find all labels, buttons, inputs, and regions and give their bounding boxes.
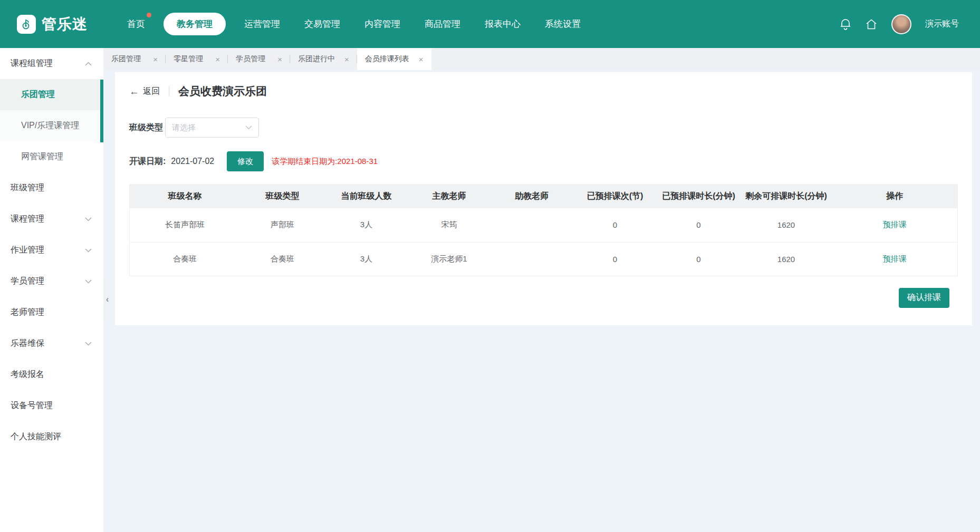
home-icon[interactable] xyxy=(865,18,878,30)
col-assistant-teacher: 助教老师 xyxy=(491,184,573,208)
col-class-type: 班级类型 xyxy=(241,184,325,208)
modify-button[interactable]: 修改 xyxy=(227,151,264,171)
nav-item-home[interactable]: 首页 xyxy=(115,18,157,30)
chevron-down-icon xyxy=(85,217,92,221)
col-actions: 操作 xyxy=(832,184,958,208)
page-title: 会员收费演示乐团 xyxy=(178,84,267,99)
class-type-label: 班级类型 xyxy=(129,122,165,133)
tab-orchestra-mgmt[interactable]: 乐团管理 × xyxy=(103,48,166,70)
chevron-down-icon xyxy=(85,342,92,346)
sidebar-item-teacher-mgmt[interactable]: 老师管理 xyxy=(0,297,103,328)
tab-member-schedule-list[interactable]: 会员排课列表 × xyxy=(357,48,431,70)
start-date-label: 开课日期: xyxy=(129,156,166,167)
start-date-value: 2021-07-02 xyxy=(171,157,214,166)
top-nav: 首页 教务管理 运营管理 交易管理 内容管理 商品管理 报表中心 系统设置 xyxy=(115,13,593,35)
tab-misc-mgmt[interactable]: 零星管理 × xyxy=(166,48,228,70)
select-placeholder: 请选择 xyxy=(172,123,196,133)
table-row: 合奏班 合奏班 3人 演示老师1 0 0 1620 预排课 xyxy=(130,242,958,276)
content-card: ← 返回 会员收费演示乐团 班级类型 请选择 xyxy=(115,72,972,325)
main-area: 乐团管理 × 零星管理 × 学员管理 × 乐团进行中 × 会员排课列表 × xyxy=(103,48,980,532)
nav-item-products[interactable]: 商品管理 xyxy=(412,18,473,30)
sidebar-item-orchestra-mgmt[interactable]: 乐团管理 xyxy=(0,79,103,110)
close-icon[interactable]: × xyxy=(215,55,220,64)
chevron-down-icon xyxy=(85,279,92,284)
nav-item-academic-active[interactable]: 教务管理 xyxy=(164,13,226,35)
col-main-teacher: 主教老师 xyxy=(408,184,491,208)
app-header: 管乐迷 首页 教务管理 运营管理 交易管理 内容管理 商品管理 报表中心 系统设… xyxy=(0,0,980,48)
nav-item-reports[interactable]: 报表中心 xyxy=(473,18,533,30)
tab-orchestra-in-progress[interactable]: 乐团进行中 × xyxy=(290,48,357,70)
close-icon[interactable]: × xyxy=(153,55,158,64)
sidebar-item-online-course[interactable]: 网管课管理 xyxy=(0,141,103,172)
table-row: 长笛声部班 声部班 3人 宋筠 0 0 1620 预排课 xyxy=(130,208,958,242)
schedule-table: 班级名称 班级类型 当前班级人数 主教老师 助教老师 已预排课次(节) 已预排课… xyxy=(129,184,958,276)
avatar[interactable] xyxy=(891,14,911,34)
close-icon[interactable]: × xyxy=(344,55,349,64)
back-button[interactable]: ← 返回 xyxy=(129,86,160,97)
sidebar-item-course-mgmt[interactable]: 课程管理 xyxy=(0,204,103,235)
sidebar-item-device-mgmt[interactable]: 设备号管理 xyxy=(0,390,103,421)
sidebar-item-student-mgmt[interactable]: 学员管理 xyxy=(0,266,103,297)
tab-bar: 乐团管理 × 零星管理 × 学员管理 × 乐团进行中 × 会员排课列表 × xyxy=(103,48,980,70)
sidebar-item-vip-theory[interactable]: VIP/乐理课管理 xyxy=(0,110,103,141)
back-arrow-icon: ← xyxy=(129,86,139,96)
sidebar-item-instrument-maintenance[interactable]: 乐器维保 xyxy=(0,328,103,359)
col-prescheduled-sessions: 已预排课次(节) xyxy=(573,184,657,208)
nav-item-transactions[interactable]: 交易管理 xyxy=(292,18,352,30)
header-right: 演示账号 xyxy=(840,14,959,34)
notification-bell-icon[interactable] xyxy=(840,18,851,31)
term-end-note: 该学期结束日期为:2021-08-31 xyxy=(272,157,378,167)
tab-student-mgmt[interactable]: 学员管理 × xyxy=(228,48,290,70)
account-name[interactable]: 演示账号 xyxy=(925,18,959,30)
col-class-name: 班级名称 xyxy=(130,184,241,208)
col-prescheduled-minutes: 已预排课时长(分钟) xyxy=(657,184,741,208)
app-logo-icon xyxy=(17,15,36,34)
table-header-row: 班级名称 班级类型 当前班级人数 主教老师 助教老师 已预排课次(节) 已预排课… xyxy=(130,184,958,208)
sidebar-item-homework-mgmt[interactable]: 作业管理 xyxy=(0,235,103,266)
sidebar-item-course-group[interactable]: 课程组管理 xyxy=(0,48,103,79)
sidebar-item-skill-assessment[interactable]: 个人技能测评 xyxy=(0,421,103,452)
chevron-down-icon xyxy=(85,248,92,253)
sidebar-collapse-handle[interactable]: ‹ xyxy=(103,276,111,323)
col-class-size: 当前班级人数 xyxy=(325,184,408,208)
close-icon[interactable]: × xyxy=(419,55,424,64)
preschedule-link[interactable]: 预排课 xyxy=(883,220,907,229)
new-badge-dot xyxy=(147,13,151,17)
preschedule-link[interactable]: 预排课 xyxy=(883,254,907,263)
content-area: ← 返回 会员收费演示乐团 班级类型 请选择 xyxy=(103,70,980,532)
active-indicator-bar xyxy=(100,80,103,142)
sidebar: 课程组管理 乐团管理 VIP/乐理课管理 网管课管理 班级管理 课程管理 作业管… xyxy=(0,48,103,532)
col-remaining-minutes: 剩余可排课时长(分钟) xyxy=(741,184,832,208)
sidebar-item-class-mgmt[interactable]: 班级管理 xyxy=(0,172,103,204)
brand-name: 管乐迷 xyxy=(42,14,88,34)
nav-item-settings[interactable]: 系统设置 xyxy=(533,18,593,30)
nav-item-operations[interactable]: 运营管理 xyxy=(232,18,292,30)
nav-item-content[interactable]: 内容管理 xyxy=(352,18,412,30)
confirm-schedule-button[interactable]: 确认排课 xyxy=(899,288,949,308)
chevron-down-icon xyxy=(245,125,252,130)
close-icon[interactable]: × xyxy=(277,55,282,64)
chevron-up-icon xyxy=(85,62,92,66)
class-type-select[interactable]: 请选择 xyxy=(165,118,259,138)
vertical-divider xyxy=(169,86,169,96)
sidebar-item-exam-registration[interactable]: 考级报名 xyxy=(0,359,103,390)
brand: 管乐迷 xyxy=(17,14,88,34)
